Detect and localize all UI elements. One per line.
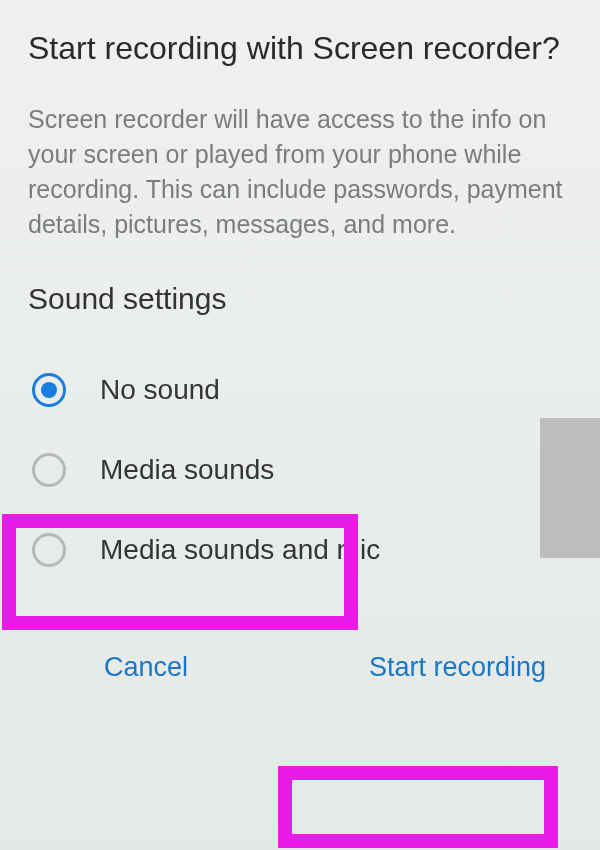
screen-recorder-dialog: Start recording with Screen recorder? Sc…	[0, 0, 600, 850]
sound-settings-header: Sound settings	[28, 282, 572, 316]
radio-media-sounds[interactable]: Media sounds	[32, 430, 572, 510]
dialog-title: Start recording with Screen recorder?	[28, 28, 572, 68]
radio-media-mic[interactable]: Media sounds and mic	[32, 510, 572, 590]
dialog-actions: Cancel Start recording	[28, 638, 572, 697]
sound-options-group: No sound Media sounds Media sounds and m…	[28, 350, 572, 590]
radio-dot-icon	[41, 382, 57, 398]
radio-label-no-sound: No sound	[100, 374, 220, 406]
radio-label-media-mic: Media sounds and mic	[100, 534, 380, 566]
radio-icon	[32, 453, 66, 487]
radio-no-sound[interactable]: No sound	[32, 350, 572, 430]
dialog-description: Screen recorder will have access to the …	[28, 102, 572, 242]
cancel-button[interactable]: Cancel	[84, 638, 208, 697]
radio-label-media-sounds: Media sounds	[100, 454, 274, 486]
radio-icon	[32, 533, 66, 567]
radio-icon	[32, 373, 66, 407]
start-recording-button[interactable]: Start recording	[349, 638, 566, 697]
